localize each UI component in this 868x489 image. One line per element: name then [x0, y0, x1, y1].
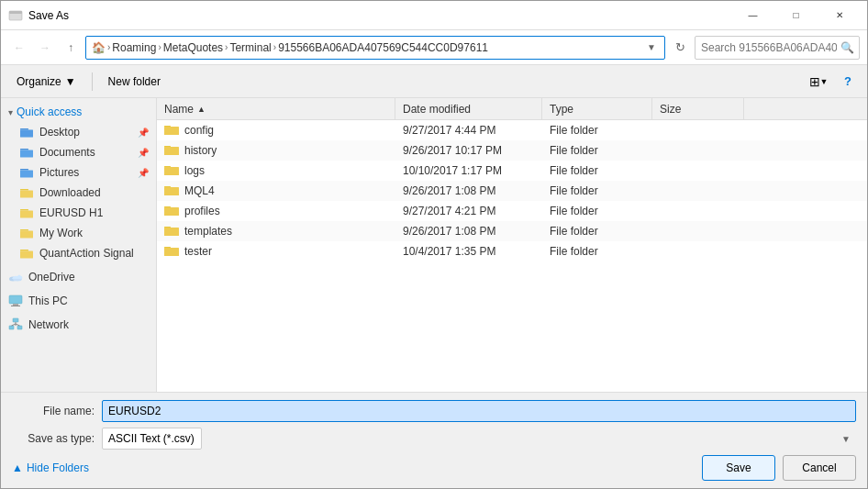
- file-name: logs: [184, 164, 205, 177]
- file-name: templates: [184, 225, 232, 238]
- cancel-label: Cancel: [802, 461, 836, 474]
- organize-button[interactable]: Organize ▼: [8, 70, 84, 94]
- filename-label: File name:: [12, 405, 95, 417]
- minimize-button[interactable]: —: [732, 1, 773, 30]
- file-date-cell: 9/26/2017 10:17 PM: [395, 144, 542, 157]
- table-row[interactable]: profiles 9/27/2017 4:21 PM File folder: [157, 201, 867, 221]
- folder-icon: [164, 225, 179, 237]
- sidebar-item-mywork[interactable]: My Work: [1, 223, 156, 243]
- close-button[interactable]: ✕: [818, 1, 860, 30]
- savetype-label: Save as type:: [12, 432, 95, 445]
- file-name-cell: profiles: [157, 205, 395, 217]
- hide-folders-toggle[interactable]: ▲ Hide Folders: [12, 461, 89, 474]
- sidebar-downloaded-label: Downloaded: [39, 186, 101, 199]
- svg-rect-7: [20, 169, 28, 171]
- savetype-container: ASCII Text (*.csv) ▼: [102, 428, 856, 450]
- file-name: MQL4: [184, 184, 215, 197]
- path-roaming: Roaming: [112, 41, 156, 54]
- file-name: config: [184, 124, 214, 137]
- file-name-cell: history: [157, 144, 395, 157]
- sidebar-item-onedrive[interactable]: OneDrive: [1, 267, 156, 287]
- organize-dropdown-icon: ▼: [65, 75, 76, 88]
- organize-label: Organize: [17, 75, 61, 88]
- search-input[interactable]: [695, 36, 860, 60]
- filename-input[interactable]: [102, 400, 856, 422]
- onedrive-icon: [8, 270, 23, 284]
- sidebar-item-desktop[interactable]: Desktop 📌: [1, 122, 156, 142]
- sidebar-item-documents[interactable]: Documents 📌: [1, 142, 156, 162]
- svg-rect-12: [20, 211, 33, 218]
- svg-rect-4: [20, 130, 33, 138]
- table-row[interactable]: config 9/27/2017 4:44 PM File folder: [157, 120, 867, 140]
- sidebar-item-downloaded[interactable]: Downloaded: [1, 183, 156, 203]
- address-dropdown-button[interactable]: ▼: [644, 36, 659, 60]
- file-type-cell: File folder: [542, 124, 652, 137]
- folder-icon: [164, 124, 179, 136]
- window-controls: — □ ✕: [732, 1, 860, 30]
- file-name: history: [184, 144, 217, 157]
- pictures-icon: [19, 165, 34, 180]
- file-name: profiles: [184, 205, 220, 217]
- sidebar-item-thispc[interactable]: This PC: [1, 291, 156, 311]
- sidebar-item-network[interactable]: Network: [1, 315, 156, 335]
- table-row[interactable]: tester 10/4/2017 1:35 PM File folder: [157, 241, 867, 261]
- sidebar-section-quickaccess: ▾ Quick access Desktop 📌: [1, 102, 156, 263]
- file-type-cell: File folder: [542, 144, 652, 157]
- path-home-icon: 🏠: [92, 41, 106, 54]
- column-size-header[interactable]: Size: [652, 98, 744, 120]
- sidebar-quickaccess-header[interactable]: ▾ Quick access: [1, 102, 156, 122]
- address-path[interactable]: 🏠 › Roaming › MetaQuotes › Terminal › 91…: [85, 36, 665, 60]
- file-type-cell: File folder: [542, 225, 652, 238]
- cancel-button[interactable]: Cancel: [783, 455, 856, 481]
- file-date-cell: 9/26/2017 1:08 PM: [395, 225, 542, 238]
- svg-rect-24: [17, 326, 22, 329]
- file-date-cell: 10/4/2017 1:35 PM: [395, 245, 542, 258]
- help-button[interactable]: ?: [836, 70, 860, 94]
- view-toggle-button[interactable]: ⊞ ▼: [805, 70, 832, 94]
- path-folder: 915566BA06ADA407569C544CC0D97611: [278, 41, 488, 54]
- table-row[interactable]: history 9/26/2017 10:17 PM File folder: [157, 140, 867, 161]
- sidebar-item-quantaction[interactable]: QuantAction Signal: [1, 243, 156, 263]
- save-label: Save: [726, 461, 751, 474]
- toolbar: Organize ▼ New folder ⊞ ▼ ?: [1, 65, 867, 98]
- pictures-pin-icon: 📌: [138, 168, 149, 178]
- dialog-title: Save As: [28, 9, 732, 22]
- path-metaquotes: MetaQuotes: [163, 41, 223, 54]
- svg-rect-10: [20, 191, 33, 198]
- quantaction-icon: [19, 246, 34, 261]
- new-folder-button[interactable]: New folder: [100, 70, 169, 94]
- sidebar-desktop-label: Desktop: [39, 126, 80, 139]
- folder-icon: [164, 184, 179, 196]
- svg-rect-33: [164, 147, 179, 155]
- sidebar-item-eurusd[interactable]: EURUSD H1: [1, 203, 156, 223]
- save-button[interactable]: Save: [702, 455, 775, 481]
- desktop-icon: [19, 125, 34, 139]
- svg-rect-6: [20, 150, 33, 158]
- table-row[interactable]: logs 10/10/2017 1:17 PM File folder: [157, 161, 867, 181]
- maximize-button[interactable]: □: [775, 1, 817, 30]
- file-name: tester: [184, 245, 212, 258]
- view-dropdown-icon: ▼: [820, 77, 829, 86]
- up-button[interactable]: ↑: [60, 37, 82, 59]
- table-row[interactable]: templates 9/26/2017 1:08 PM File folder: [157, 221, 867, 241]
- sidebar-section-network: Network: [1, 315, 156, 335]
- sidebar-quantaction-label: QuantAction Signal: [39, 247, 134, 260]
- col-date-label: Date modified: [403, 103, 471, 116]
- table-row[interactable]: MQL4 9/26/2017 1:08 PM File folder: [157, 181, 867, 201]
- svg-rect-20: [13, 304, 18, 306]
- sidebar-item-pictures[interactable]: Pictures 📌: [1, 162, 156, 183]
- savetype-select[interactable]: ASCII Text (*.csv): [102, 428, 202, 450]
- column-type-header[interactable]: Type: [542, 98, 652, 120]
- svg-rect-2: [20, 128, 28, 130]
- back-button[interactable]: ←: [8, 37, 30, 59]
- savetype-row: Save as type: ASCII Text (*.csv) ▼: [12, 428, 856, 450]
- dialog-icon: [8, 8, 23, 23]
- view-icon: ⊞: [809, 74, 820, 89]
- refresh-button[interactable]: ↻: [669, 36, 691, 60]
- column-date-header[interactable]: Date modified: [395, 98, 542, 120]
- forward-button[interactable]: →: [34, 37, 56, 59]
- savetype-dropdown-icon: ▼: [841, 434, 851, 444]
- svg-rect-22: [13, 318, 18, 322]
- toolbar-separator: [92, 72, 93, 91]
- column-name-header[interactable]: Name ▲: [157, 98, 395, 120]
